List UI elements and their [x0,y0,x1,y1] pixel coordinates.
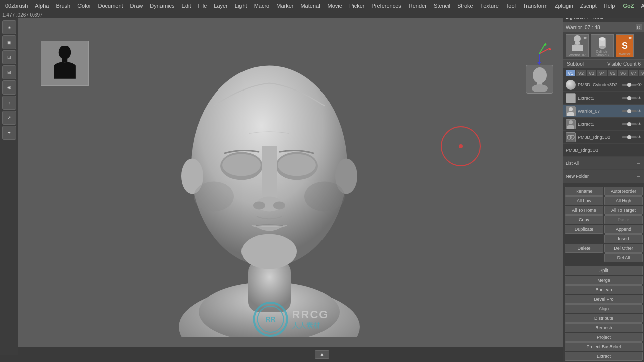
menu-item-texture[interactable]: Texture [477,2,502,10]
menu-item-transform[interactable]: Transform [520,2,551,10]
all-high-button[interactable]: All High [604,196,643,205]
all-to-target-button[interactable]: All To Target [604,206,643,215]
del-all-button[interactable]: Del All [604,253,643,262]
r-badge[interactable]: R [636,24,642,30]
menu-item-00zbrush[interactable]: 00zbrush [2,2,31,10]
insert-button[interactable]: Insert [604,234,643,243]
align-button[interactable]: Align [565,304,643,313]
si-slider-0[interactable] [622,84,637,86]
tool-preview-smatcap[interactable]: S Warrior 38 [616,34,634,57]
menu-item-stroke[interactable]: Stroke [454,2,476,10]
left-tool-6[interactable]: ↕ [2,96,16,110]
left-tool-2[interactable]: ▣ [2,35,16,49]
left-tool-8[interactable]: ✦ [2,126,16,140]
menu-item-brush[interactable]: Brush [53,2,73,10]
bevel-pro-button[interactable]: Bevel Pro [565,295,643,304]
vtab-v6[interactable]: V6 [618,70,628,76]
distribute-button[interactable]: Distribute [565,314,643,323]
remesh-button[interactable]: Remesh [565,323,643,332]
menu-item-render[interactable]: Render [406,2,430,10]
eye-icon-1[interactable]: 👁 [637,96,642,101]
merge-button[interactable]: Merge [565,276,643,285]
menu-item-marker[interactable]: Marker [273,2,296,10]
copy-button[interactable]: Copy [565,215,603,224]
left-tool-5[interactable]: ◉ [2,80,16,95]
si-slider-1[interactable] [622,97,637,99]
project-button[interactable]: Project [565,333,643,342]
menu-item-macro[interactable]: Macro [251,2,273,10]
paste-button[interactable]: Paste [604,215,643,224]
menu-item-alpha[interactable]: Alpha [32,2,52,10]
all-low-button[interactable]: All Low [565,196,603,205]
menu-item-file[interactable]: File [195,2,210,10]
subtool-item-0[interactable]: PM3D_Cylinder3D2 👁 [564,78,644,92]
del-other-button[interactable]: Del Other [604,244,643,253]
append-button[interactable]: Append [604,225,643,234]
project-bas-relief-button[interactable]: Project BasRelief [565,342,643,351]
bottom-arrow-btn[interactable]: ▲ [315,350,329,359]
vtab-v7[interactable]: V7 [629,70,638,76]
menu-item-edit[interactable]: Edit [179,2,194,10]
menu-item-movie[interactable]: Movie [325,2,345,10]
tool-preview-warrior[interactable]: Warrior_07 38 [566,34,589,57]
vtab-v1[interactable]: V1 [566,70,575,76]
menu-item-light[interactable]: Light [232,2,250,10]
orientation-gizmo[interactable] [523,43,556,94]
delete-button[interactable]: Delete [565,244,603,253]
tool-preview-cylinder[interactable]: Cylinder SimpleB [591,34,614,57]
menu-item-material[interactable]: Material [297,2,323,10]
left-tool-3[interactable]: ⊡ [2,50,16,64]
new-folder-plus[interactable]: + [627,173,633,180]
all-button[interactable]: All [638,2,644,10]
subtool-item-2[interactable]: Warrior_07 👁 [564,105,644,118]
vtab-v5[interactable]: V5 [608,70,617,76]
canvas-area[interactable]: RR RRCG [18,18,564,347]
3d-head-model[interactable] [164,45,375,337]
vtab-v3[interactable]: V3 [587,70,596,76]
eye-icon-4[interactable]: 👁 [637,135,642,140]
split-button[interactable]: Split [565,266,643,275]
menu-item-help[interactable]: Help [601,2,618,10]
subtool-item-5[interactable]: PM3D_Ring3D3 [564,144,644,157]
si-slider-3[interactable] [622,123,637,125]
boolean-button[interactable]: Boolean [565,285,643,294]
duplicate-button[interactable]: Duplicate [565,225,603,234]
goz-button[interactable]: GoZ [620,2,637,10]
new-folder-minus[interactable]: − [635,173,642,180]
menu-item-layer[interactable]: Layer [211,2,231,10]
new-folder-label[interactable]: New Folder [566,174,625,179]
si-slider-2[interactable] [622,110,637,112]
warrior-count: 38 [583,36,587,40]
left-tool-1[interactable]: ◈ [2,20,16,34]
subtool-item-1[interactable]: Extract1 👁 [564,92,644,105]
rename-button[interactable]: Rename [565,187,603,196]
menu-item-zscript[interactable]: Zscript [577,2,600,10]
subtool-item-3[interactable]: Extract1 👁 [564,118,644,131]
list-all-minus[interactable]: − [635,160,642,167]
eye-icon-2[interactable]: 👁 [637,109,642,114]
menu-item-document[interactable]: Document [95,2,126,10]
list-all-label[interactable]: List All [566,161,625,166]
subtool-label: Subtool [567,61,584,67]
all-to-home-button[interactable]: All To Home [565,206,603,215]
menu-item-dynamics[interactable]: Dynamics [147,2,177,10]
menu-item-tool[interactable]: Tool [503,2,519,10]
menu-item-picker[interactable]: Picker [346,2,368,10]
subtool-item-4[interactable]: PM3D_Ring3D2 👁 [564,131,644,144]
vtab-v4[interactable]: V4 [597,70,607,76]
left-tool-4[interactable]: ⊞ [2,65,16,79]
extract-button[interactable]: Extract [565,352,643,361]
menu-item-stencil[interactable]: Stencil [431,2,453,10]
left-tool-7[interactable]: ⤢ [2,111,16,125]
list-all-plus[interactable]: + [627,160,633,167]
eye-icon-3[interactable]: 👁 [637,122,642,127]
menu-item-draw[interactable]: Draw [127,2,146,10]
menu-item-preferences[interactable]: Preferences [368,2,404,10]
si-slider-4[interactable] [622,136,637,138]
menu-item-color[interactable]: Color [74,2,94,10]
eye-icon-0[interactable]: 👁 [637,82,642,87]
vtab-v2[interactable]: V2 [576,70,586,76]
auto-reorder-button[interactable]: AutoReorder [604,187,643,196]
vtab-v8[interactable]: V8 [639,70,644,76]
menu-item-zplugin[interactable]: Zplugin [552,2,576,10]
